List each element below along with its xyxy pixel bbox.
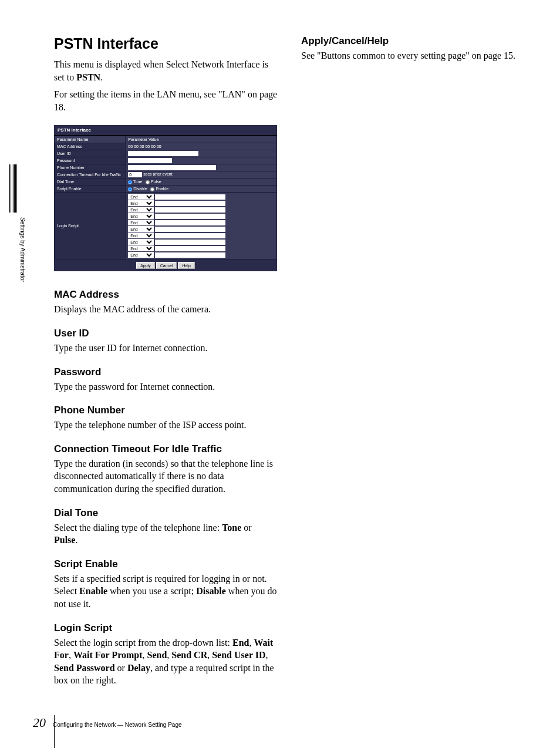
page-title: PSTN Interface: [54, 35, 278, 52]
password-heading: Password: [54, 366, 278, 378]
login-script-select[interactable]: End: [128, 226, 154, 232]
password-input[interactable]: [128, 158, 172, 163]
scripten-row-label: Script Enable: [55, 186, 126, 193]
intro-paragraph-2: For setting the items in the LAN menu, s…: [54, 88, 278, 113]
page-footer: 20 Configuring the Network — Network Set…: [33, 715, 182, 730]
login-script-input[interactable]: [155, 227, 225, 232]
login-heading: Login Script: [54, 622, 278, 634]
mac-row-value: 00 00 00 00 00 00: [126, 143, 277, 150]
help-button[interactable]: Help: [178, 262, 194, 269]
scripten-text: Sets if a specified script is required f…: [54, 572, 278, 611]
phone-text: Type the telephone number of the ISP acc…: [54, 419, 278, 432]
dialtone-row-label: Dial Tone: [55, 178, 126, 186]
phone-heading: Phone Number: [54, 405, 278, 416]
userid-heading: User ID: [54, 328, 278, 339]
apply-cancel-help-text: See "Buttons common to every setting pag…: [301, 49, 525, 62]
userid-row-label: User ID: [55, 150, 126, 157]
param-value-header: Parameter Value: [126, 136, 277, 143]
footer-caption: Configuring the Network — Network Settin…: [53, 722, 182, 728]
login-script-input[interactable]: [155, 246, 225, 251]
dialtone-heading: Dial Tone: [54, 507, 278, 519]
login-script-input[interactable]: [155, 233, 225, 238]
page-number: 20: [33, 715, 46, 730]
login-script-input[interactable]: [155, 252, 225, 258]
timeout-row-label: Connection Timeout For Idle Traffic: [55, 171, 126, 178]
mac-text: Displays the MAC address of the camera.: [54, 303, 278, 316]
apply-cancel-help-heading: Apply/Cancel/Help: [301, 35, 525, 47]
login-script-input[interactable]: [155, 207, 225, 213]
login-script-select[interactable]: End: [128, 207, 154, 213]
timeout-text: Type the duration (in seconds) so that t…: [54, 457, 278, 496]
timeout-heading: Connection Timeout For Idle Traffic: [54, 443, 278, 455]
timeout-suffix: secs after event: [143, 173, 172, 177]
scripten-heading: Script Enable: [54, 558, 278, 570]
mac-heading: MAC Address: [54, 289, 278, 301]
intro-paragraph-1: This menu is displayed when Select Netwo…: [54, 58, 278, 83]
login-text: Select the login script from the drop-do…: [54, 636, 278, 687]
decorative-bars: [9, 164, 17, 213]
login-script-select[interactable]: End: [128, 252, 154, 258]
loginscript-row-label: Login Script: [55, 193, 126, 260]
login-script-input[interactable]: [155, 214, 225, 219]
login-script-select[interactable]: End: [128, 233, 154, 238]
userid-input[interactable]: [128, 151, 198, 156]
login-script-select[interactable]: End: [128, 245, 154, 251]
dialtone-text: Select the dialing type of the telephone…: [54, 521, 278, 547]
chapter-side-tab: Settings by Administrator: [9, 164, 25, 311]
login-script-select[interactable]: End: [128, 200, 154, 206]
screenshot-title: PSTN Interface: [54, 125, 277, 136]
side-tab-label: Settings by Administrator: [19, 217, 26, 282]
timeout-input[interactable]: [128, 172, 142, 177]
phone-input[interactable]: [128, 165, 216, 170]
pstn-settings-screenshot: PSTN Interface Parameter Name Parameter …: [54, 125, 277, 271]
script-disable-radio[interactable]: [128, 187, 132, 191]
login-script-input[interactable]: [155, 194, 225, 200]
phone-row-label: Phone Number: [55, 164, 126, 171]
login-script-select[interactable]: End: [128, 194, 154, 200]
login-script-select[interactable]: End: [128, 213, 154, 219]
password-text: Type the password for Internet connectio…: [54, 380, 278, 393]
login-script-select[interactable]: End: [128, 220, 154, 225]
right-column: Apply/Cancel/Help See "Buttons common to…: [301, 35, 525, 687]
param-name-header: Parameter Name: [55, 136, 126, 143]
userid-text: Type the user ID for Internet connection…: [54, 342, 278, 355]
cancel-button[interactable]: Cancel: [156, 262, 177, 269]
dialtone-pulse-radio[interactable]: [146, 180, 150, 184]
apply-button[interactable]: Apply: [136, 262, 155, 269]
login-script-input[interactable]: [155, 240, 225, 245]
script-enable-radio[interactable]: [150, 187, 154, 191]
login-script-select[interactable]: End: [128, 239, 154, 245]
password-row-label: Password: [55, 157, 126, 164]
mac-row-label: MAC Address: [55, 143, 126, 150]
left-column: PSTN Interface This menu is displayed wh…: [54, 35, 278, 687]
dialtone-tone-radio[interactable]: [128, 180, 132, 184]
login-script-input[interactable]: [155, 201, 225, 206]
login-script-input[interactable]: [155, 220, 225, 225]
footer-divider: [54, 715, 55, 748]
